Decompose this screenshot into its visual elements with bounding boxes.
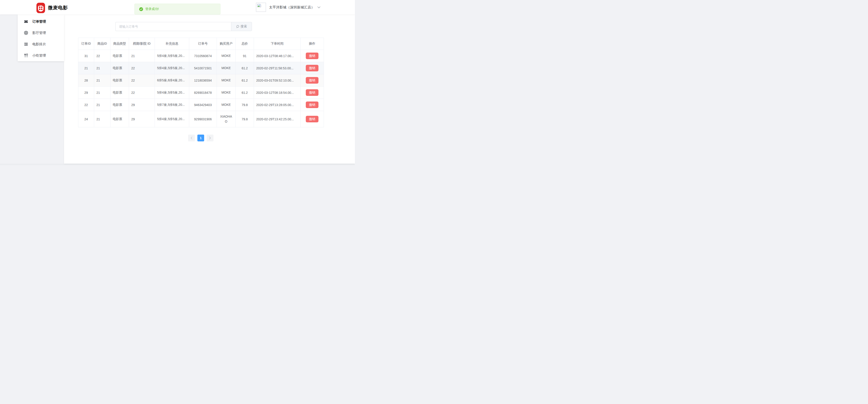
table-cell: 22 <box>94 50 111 62</box>
table-cell: 21 <box>94 99 111 111</box>
table-cell: 21 <box>94 87 111 99</box>
table-header-row: 订单ID 商品ID 商品类型 档期/影院 ID 补充信息 订单号 购买用户 总价… <box>78 38 324 50</box>
table-row: 2421电影票295排4座,5排5座,20...9299031906XIAOHA… <box>78 111 324 127</box>
sidebar-item-scheduling[interactable]: 电影排片 <box>18 38 64 50</box>
table-cell: 6排5座,6排4座,20... <box>155 74 189 87</box>
pagination-next-button[interactable] <box>207 135 213 141</box>
table-cell: 31 <box>78 50 94 62</box>
table-cell-actions: 撤销 <box>301 87 324 99</box>
table-body: 3122电影票215排4座,5排5座,20...7310560874MOKE91… <box>78 50 324 127</box>
table-cell: 22 <box>129 87 155 99</box>
table-cell: MOKE <box>217 99 236 111</box>
table-cell: 电影票 <box>111 111 129 127</box>
orders-table: 订单ID 商品ID 商品类型 档期/影院 ID 补充信息 订单号 购买用户 总价… <box>78 38 324 127</box>
broken-image-icon <box>257 3 261 8</box>
pagination: 1 <box>188 135 213 141</box>
table-cell: MOKE <box>217 62 236 74</box>
toast-text: 登录成功! <box>145 7 159 11</box>
revoke-button[interactable]: 撤销 <box>306 65 318 71</box>
col-buyer: 购买用户 <box>217 38 236 50</box>
table-cell: 79.8 <box>236 111 254 127</box>
table-cell-actions: 撤销 <box>301 62 324 74</box>
search-button[interactable]: 搜索 <box>231 22 252 31</box>
revoke-button[interactable]: 撤销 <box>306 89 318 96</box>
col-order-no: 订单号 <box>189 38 217 50</box>
ticket-icon <box>24 19 28 24</box>
pagination-prev-button[interactable] <box>188 135 195 141</box>
main-panel: 搜索 订单ID 商品ID 商品类型 档期/影院 ID 补充信息 订单号 购买用户… <box>64 15 355 164</box>
brand-logo-icon <box>36 3 45 13</box>
table-cell: 电影票 <box>111 50 129 62</box>
table-row: 3122电影票215排4座,5排5座,20...7310560874MOKE91… <box>78 50 324 62</box>
pagination-page-1[interactable]: 1 <box>197 135 204 141</box>
success-toast: 登录成功! <box>134 4 220 15</box>
brand-name: 微麦电影 <box>48 4 68 11</box>
col-total-price: 总价 <box>236 38 254 50</box>
table-cell: 22 <box>129 74 155 87</box>
table-cell: 21 <box>94 62 111 74</box>
search-input[interactable] <box>116 22 231 31</box>
table-row: 2821电影票226排5座,6排4座,20...1218036594MOKE61… <box>78 74 324 87</box>
table-cell: 28 <box>78 74 94 87</box>
avatar <box>256 3 266 12</box>
table-cell: MOKE <box>217 74 236 87</box>
table-cell: 2020-03-12T08:18:54.00... <box>254 87 301 99</box>
table-cell: 5排4座,5排5座,20... <box>155 62 189 74</box>
sidebar-item-snacks[interactable]: 小吃管理 <box>18 50 64 61</box>
table-cell: 2020-02-29T13:28:05.00... <box>254 99 301 111</box>
table-cell: 5排4座,5排5座,20... <box>155 50 189 62</box>
table-row: 2221电影票295排7座,5排8座,20...9463429403MOKE79… <box>78 99 324 111</box>
revoke-button[interactable]: 撤销 <box>306 77 318 84</box>
table-cell: 2020-03-12T08:46:17.00... <box>254 50 301 62</box>
table-cell: 29 <box>129 111 155 127</box>
table-cell: 电影票 <box>111 62 129 74</box>
table-cell: 21 <box>94 111 111 127</box>
app-root: 微麦电影 太平洋影城（深圳新城汇店） 登录成功! <box>0 0 355 165</box>
sidebar: 订单管理 影厅管理 电影排片 <box>18 15 64 61</box>
table-cell: 61.2 <box>236 74 254 87</box>
col-product-type: 商品类型 <box>111 38 129 50</box>
table-cell: 29 <box>129 99 155 111</box>
account-area: 太平洋影城（深圳新城汇店） <box>256 0 355 15</box>
table-cell: 5排4座,5排5座,20... <box>155 87 189 99</box>
table-cell: 21 <box>129 50 155 62</box>
search-button-label: 搜索 <box>241 25 247 29</box>
table-cell-actions: 撤销 <box>301 111 324 127</box>
table-cell: 8269018478 <box>189 87 217 99</box>
table-cell: 29 <box>78 87 94 99</box>
bottom-strip <box>0 164 355 165</box>
table-cell: 22 <box>78 99 94 111</box>
revoke-button[interactable]: 撤销 <box>306 102 318 108</box>
cinema-name: 太平洋影城（深圳新城汇店） <box>269 5 315 9</box>
col-order-time: 下单时间 <box>254 38 301 50</box>
sidebar-item-label: 订单管理 <box>32 20 46 24</box>
table-cell-actions: 撤销 <box>301 50 324 62</box>
revoke-button[interactable]: 撤销 <box>306 53 318 59</box>
table-cell: 2020-02-29T11:58:53.00... <box>254 62 301 74</box>
table-cell: 5排7座,5排8座,20... <box>155 99 189 111</box>
table-cell: 21 <box>94 74 111 87</box>
table-cell: XIAOHAO <box>217 111 236 127</box>
sidebar-item-label: 电影排片 <box>32 42 46 47</box>
table-cell: 9299031906 <box>189 111 217 127</box>
table-cell-actions: 撤销 <box>301 99 324 111</box>
fork-spoon-icon <box>24 53 28 58</box>
success-check-icon <box>139 7 143 11</box>
table-cell: 5排4座,5排5座,20... <box>155 111 189 127</box>
table-cell: 电影票 <box>111 87 129 99</box>
revoke-button[interactable]: 撤销 <box>306 116 318 122</box>
sidebar-item-theaters[interactable]: 影厅管理 <box>18 27 64 38</box>
table-cell: 电影票 <box>111 74 129 87</box>
chevron-left-icon <box>190 136 193 140</box>
sidebar-item-orders[interactable]: 订单管理 <box>18 16 64 27</box>
col-actions: 操作 <box>301 38 324 50</box>
chevron-down-icon[interactable] <box>317 6 320 8</box>
table-cell: 2020-02-29T13:42:25.00... <box>254 111 301 127</box>
table-cell: 1218036594 <box>189 74 217 87</box>
chevron-right-icon <box>209 136 211 140</box>
table-cell: 2020-03-01T09:52:10.00... <box>254 74 301 87</box>
table-cell: 电影票 <box>111 99 129 111</box>
table-cell: 91 <box>236 50 254 62</box>
table-cell: 22 <box>129 62 155 74</box>
brand: 微麦电影 <box>36 0 68 15</box>
